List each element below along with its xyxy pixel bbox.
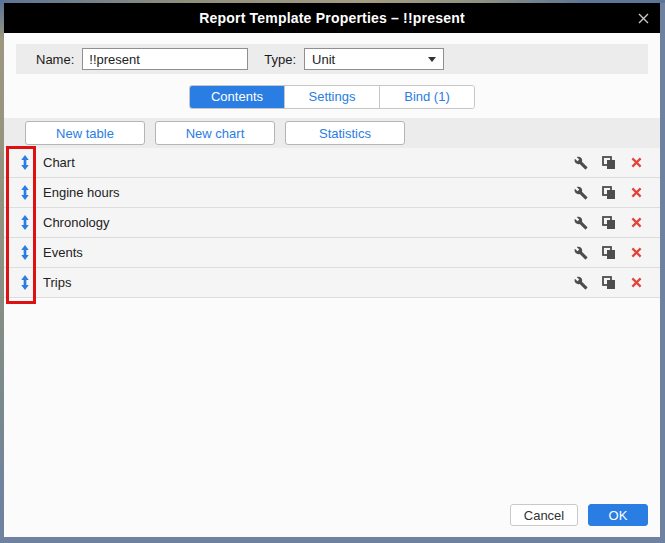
delete-x-icon[interactable]: [629, 185, 644, 200]
list-item-label: Events: [43, 245, 560, 260]
list-item-label: Engine hours: [43, 185, 560, 200]
wrench-icon[interactable]: [573, 275, 588, 290]
dialog-footer: Cancel OK: [510, 504, 648, 526]
tab-settings[interactable]: Settings: [284, 86, 379, 108]
cancel-button[interactable]: Cancel: [510, 504, 578, 526]
wrench-icon[interactable]: [573, 185, 588, 200]
drag-handle-icon[interactable]: [19, 274, 31, 291]
close-icon[interactable]: [637, 12, 649, 24]
wrench-icon[interactable]: [573, 215, 588, 230]
delete-x-icon[interactable]: [629, 245, 644, 260]
screen: Report Template Properties – !!present N…: [0, 0, 665, 543]
tab-bind[interactable]: Bind (1): [379, 86, 474, 108]
chevron-down-icon: [428, 57, 436, 62]
delete-x-icon[interactable]: [629, 215, 644, 230]
name-type-bar: Name: Type: Unit: [16, 44, 648, 74]
list-item-trips: Trips: [4, 268, 660, 298]
copy-icon[interactable]: [601, 275, 616, 290]
statistics-button[interactable]: Statistics: [285, 121, 405, 145]
template-sections-list: Chart Engine hours: [4, 148, 660, 298]
copy-icon[interactable]: [601, 155, 616, 170]
dialog-title: Report Template Properties – !!present: [199, 10, 465, 26]
backdrop-left-strip: [0, 3, 4, 537]
delete-x-icon[interactable]: [629, 155, 644, 170]
new-table-button[interactable]: New table: [25, 121, 145, 145]
list-item-chart: Chart: [4, 148, 660, 178]
wrench-icon[interactable]: [573, 155, 588, 170]
ok-button[interactable]: OK: [588, 504, 648, 526]
content-toolbar: New table New chart Statistics: [4, 118, 660, 148]
type-dropdown[interactable]: Unit: [304, 48, 444, 70]
drag-handle-icon[interactable]: [19, 154, 31, 171]
list-item-events: Events: [4, 238, 660, 268]
tab-contents[interactable]: Contents: [190, 86, 284, 108]
list-item-label: Chart: [43, 155, 560, 170]
report-template-properties-dialog: Report Template Properties – !!present N…: [4, 3, 660, 537]
drag-handle-icon[interactable]: [19, 184, 31, 201]
name-input[interactable]: [82, 48, 248, 70]
name-label: Name:: [36, 52, 74, 67]
new-chart-button[interactable]: New chart: [155, 121, 275, 145]
delete-x-icon[interactable]: [629, 275, 644, 290]
copy-icon[interactable]: [601, 185, 616, 200]
tab-bar: Contents Settings Bind (1): [189, 85, 475, 109]
wrench-icon[interactable]: [573, 245, 588, 260]
copy-icon[interactable]: [601, 215, 616, 230]
list-item-label: Trips: [43, 275, 560, 290]
dialog-titlebar: Report Template Properties – !!present: [4, 3, 660, 33]
drag-handle-icon[interactable]: [19, 214, 31, 231]
list-item-engine-hours: Engine hours: [4, 178, 660, 208]
drag-handle-icon[interactable]: [19, 244, 31, 261]
list-item-label: Chronology: [43, 215, 560, 230]
type-dropdown-value: Unit: [312, 52, 335, 67]
type-label: Type:: [264, 52, 296, 67]
copy-icon[interactable]: [601, 245, 616, 260]
list-item-chronology: Chronology: [4, 208, 660, 238]
